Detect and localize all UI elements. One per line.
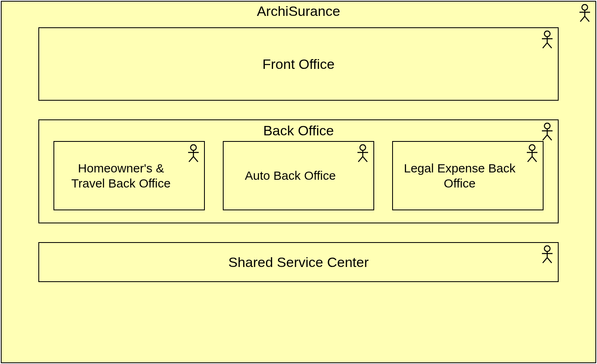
svg-line-29 [532,157,537,162]
actor-icon [525,144,539,164]
auto-back-office-label: Auto Back Office [224,142,373,210]
svg-line-3 [580,16,585,22]
svg-line-19 [193,157,198,162]
svg-line-18 [189,157,193,162]
shared-service-center-actor: Shared Service Center [38,242,559,282]
actor-icon [540,245,555,265]
front-office-title: Front Office [39,28,558,100]
actor-icon [540,123,555,142]
auto-back-office-actor: Auto Back Office [223,141,374,210]
back-office-title: Back Office [53,123,544,139]
homeowners-travel-label: Homeowner's & Travel Back Office [54,142,204,210]
svg-line-34 [547,258,552,263]
svg-point-10 [544,123,550,129]
svg-line-9 [547,43,552,48]
svg-line-4 [585,16,589,22]
legal-expense-label: Legal Expense Back Office [393,142,543,210]
svg-point-20 [360,145,366,150]
svg-line-28 [528,157,532,162]
svg-point-5 [544,31,550,37]
shared-service-center-title: Shared Service Center [39,243,558,281]
back-office-actor: Back Office Homeowner's & Travel Back Of… [38,119,559,223]
actor-icon [540,31,555,50]
legal-expense-back-office-actor: Legal Expense Back Office [392,141,544,210]
archisurance-actor: ArchiSurance Front Office [1,1,596,363]
homeowners-travel-back-office-actor: Homeowner's & Travel Back Office [53,141,205,210]
actor-icon [355,144,370,164]
svg-line-8 [543,43,547,48]
actor-icon [186,144,201,164]
svg-line-24 [363,157,367,162]
archisurance-title: ArchiSurance [2,2,595,19]
svg-point-25 [529,145,535,150]
svg-line-33 [543,258,547,263]
svg-point-0 [582,4,588,10]
svg-line-23 [358,157,363,162]
svg-point-15 [191,145,196,150]
actor-icon [577,4,592,24]
front-office-actor: Front Office [38,27,559,101]
svg-line-13 [543,135,547,140]
svg-line-14 [547,135,552,140]
svg-point-30 [544,246,550,251]
